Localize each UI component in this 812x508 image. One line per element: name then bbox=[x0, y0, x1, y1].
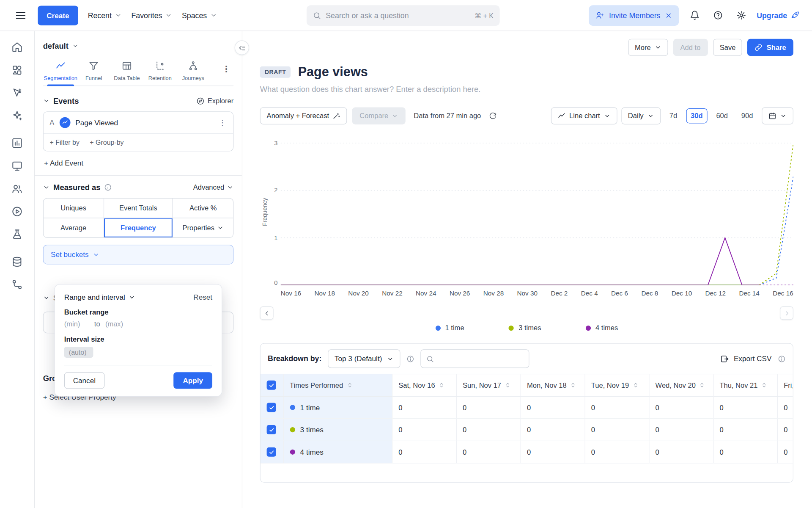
measure-average[interactable]: Average bbox=[44, 218, 103, 237]
close-icon[interactable] bbox=[665, 12, 672, 19]
range-and-interval-dropdown[interactable]: Range and interval bbox=[64, 293, 135, 301]
scroll-right-button[interactable] bbox=[780, 306, 793, 320]
collapse-panel-button[interactable] bbox=[235, 41, 249, 55]
sort-icon[interactable] bbox=[347, 381, 352, 389]
date-column-header: Thu, Nov 21 bbox=[719, 381, 757, 389]
save-button[interactable]: Save bbox=[713, 39, 743, 56]
reset-button[interactable]: Reset bbox=[193, 293, 212, 301]
interval-size-input[interactable] bbox=[64, 347, 93, 358]
apply-button[interactable]: Apply bbox=[173, 372, 212, 389]
legend-item[interactable]: 4 times bbox=[586, 324, 618, 331]
compare-button[interactable]: Compare bbox=[352, 107, 406, 124]
sort-icon[interactable] bbox=[439, 381, 444, 389]
users-icon[interactable] bbox=[10, 182, 24, 196]
add-event-button[interactable]: + Add Event bbox=[43, 159, 234, 167]
events-section-header[interactable]: Events Explorer bbox=[43, 97, 234, 105]
measure-event-totals[interactable]: Event Totals bbox=[104, 199, 173, 218]
add-to-button[interactable]: Add to bbox=[673, 39, 708, 56]
event-name[interactable]: Page Viewed bbox=[75, 119, 118, 127]
export-csv-button[interactable]: Export CSV bbox=[720, 354, 771, 363]
table-cell: 0 bbox=[392, 396, 456, 419]
row-checkbox[interactable] bbox=[267, 403, 276, 412]
legend-color-dot bbox=[435, 325, 440, 330]
advanced-toggle[interactable]: Advanced bbox=[193, 183, 234, 191]
legend-item[interactable]: 3 times bbox=[509, 324, 541, 331]
scroll-left-button[interactable] bbox=[260, 306, 274, 320]
tab-journeys[interactable]: Journeys bbox=[177, 57, 210, 86]
tab-funnel[interactable]: Funnel bbox=[77, 57, 110, 86]
workspace-selector[interactable]: default bbox=[43, 41, 234, 50]
range-7d-button[interactable]: 7d bbox=[665, 108, 682, 124]
refresh-button[interactable] bbox=[486, 109, 500, 123]
legend-item[interactable]: 1 time bbox=[435, 324, 464, 331]
measure-properties[interactable]: Properties bbox=[173, 218, 233, 237]
sort-icon[interactable] bbox=[633, 381, 638, 389]
row-checkbox[interactable] bbox=[267, 425, 276, 434]
chart-plot-area[interactable] bbox=[281, 139, 793, 285]
search-input[interactable] bbox=[326, 11, 470, 20]
table-cell: 0 bbox=[456, 441, 521, 463]
invite-members-button[interactable]: Invite Members bbox=[589, 5, 679, 26]
objects-icon[interactable] bbox=[10, 63, 24, 77]
range-30d-button[interactable]: 30d bbox=[686, 108, 708, 124]
set-buckets-button[interactable]: Set buckets bbox=[43, 245, 234, 265]
measure-uniques[interactable]: Uniques bbox=[44, 199, 103, 218]
draft-badge: DRAFT bbox=[260, 66, 291, 77]
sort-icon[interactable] bbox=[505, 381, 510, 389]
session-replay-icon[interactable] bbox=[10, 205, 24, 218]
experiments-icon[interactable] bbox=[10, 228, 24, 241]
help-button[interactable] bbox=[710, 8, 726, 23]
settings-button[interactable] bbox=[733, 8, 749, 23]
chart-description-field[interactable]: What question does this chart answer? En… bbox=[260, 85, 793, 94]
breakdown-search-input[interactable] bbox=[438, 355, 524, 362]
sort-icon[interactable] bbox=[699, 381, 705, 389]
anomaly-forecast-button[interactable]: Anomaly + Forecast bbox=[260, 107, 347, 124]
spaces-menu[interactable]: Spaces bbox=[182, 11, 217, 19]
analytics-chart-icon[interactable] bbox=[10, 136, 24, 150]
bucket-max-input[interactable] bbox=[105, 320, 130, 328]
tab-retention[interactable]: Retention bbox=[143, 57, 176, 86]
range-90d-button[interactable]: 90d bbox=[737, 108, 758, 124]
notifications-button[interactable] bbox=[687, 8, 702, 23]
select-all-checkbox[interactable] bbox=[267, 381, 276, 390]
row-checkbox[interactable] bbox=[267, 447, 276, 457]
date-range-picker[interactable] bbox=[762, 107, 793, 124]
measured-as-header[interactable]: Measured as Advanced bbox=[43, 183, 234, 192]
hamburger-menu-button[interactable] bbox=[14, 8, 28, 22]
person-plus-icon bbox=[595, 11, 604, 20]
add-groupby-button[interactable]: + Group-by bbox=[90, 138, 123, 146]
measure-active-pct[interactable]: Active % bbox=[173, 199, 233, 218]
pathways-icon[interactable] bbox=[10, 278, 24, 291]
home-icon[interactable] bbox=[10, 41, 24, 54]
chart-type-dropdown[interactable]: Line chart bbox=[551, 107, 617, 124]
upgrade-link[interactable]: Upgrade bbox=[757, 11, 799, 20]
share-button[interactable]: Share bbox=[748, 39, 793, 56]
granularity-dropdown[interactable]: Daily bbox=[621, 107, 661, 124]
global-search[interactable]: ⌘ + K bbox=[307, 5, 500, 26]
cancel-button[interactable]: Cancel bbox=[64, 372, 104, 389]
tabs-overflow-menu[interactable]: ⋮ bbox=[220, 57, 232, 82]
more-button[interactable]: More bbox=[628, 39, 668, 56]
event-options-menu[interactable]: ⋮ bbox=[219, 118, 227, 127]
recent-menu[interactable]: Recent bbox=[88, 11, 122, 19]
measure-frequency[interactable]: Frequency bbox=[104, 218, 173, 237]
cursor-sparkle-icon[interactable] bbox=[10, 86, 24, 99]
create-button[interactable]: Create bbox=[38, 6, 78, 25]
breakdown-search[interactable] bbox=[420, 349, 529, 368]
ai-sparkle-icon[interactable] bbox=[10, 109, 24, 122]
favorites-menu[interactable]: Favorites bbox=[131, 11, 172, 19]
explorer-button[interactable]: Explorer bbox=[196, 97, 234, 105]
tab-data-table[interactable]: Data Table bbox=[110, 57, 143, 86]
bucket-range-label: Bucket range bbox=[64, 309, 212, 316]
bucket-min-input[interactable] bbox=[64, 320, 89, 328]
range-60d-button[interactable]: 60d bbox=[711, 108, 732, 124]
add-filter-button[interactable]: + Filter by bbox=[50, 138, 80, 146]
sort-icon[interactable] bbox=[761, 381, 767, 389]
dashboards-icon[interactable] bbox=[10, 159, 24, 173]
page-title[interactable]: Page views bbox=[298, 64, 368, 80]
tab-segmentation[interactable]: Segmentation bbox=[44, 57, 77, 86]
breakdown-selector[interactable]: Top 3 (Default) bbox=[328, 349, 400, 368]
date-column-header: Mon, Nov 18 bbox=[527, 381, 567, 389]
data-icon[interactable] bbox=[10, 255, 24, 268]
sort-icon[interactable] bbox=[570, 381, 576, 389]
